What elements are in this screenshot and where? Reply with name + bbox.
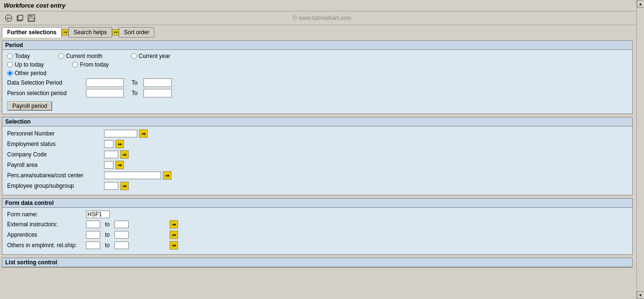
svg-rect-3 [18,15,23,20]
radio-from-today-input[interactable] [72,62,78,68]
form-data-control-section: Form data control Form name: External in… [2,198,633,255]
person-selection-period-row: Person selection period To [7,89,627,97]
radio-up-to-today[interactable]: Up to today [7,61,44,68]
form-data-control-body: Form name: External instructors: to ⇒ Ap… [2,208,632,254]
radio-current-month-label: Current month [66,53,103,59]
sel-input-payroll[interactable] [104,161,114,169]
radio-row-1: Today Current month Current year [7,53,627,59]
others-arrow[interactable]: ⇒ [170,241,178,250]
save-icon[interactable] [27,13,36,23]
list-sorting-header: List sorting control [2,258,632,267]
tab-sort-order[interactable]: Sort order [119,27,154,38]
radio-other-period-label: Other period [15,70,47,77]
tab-search-helps-label: Search helps [74,29,107,36]
data-selection-period-label: Data Selection Period [7,79,83,86]
others-from[interactable] [86,241,100,249]
radio-other-period[interactable]: Other period [7,70,47,77]
watermark: © www.tutorialkart.com [293,15,351,21]
apprentices-arrow[interactable]: ⇒ [170,231,178,239]
radio-current-month-input[interactable] [58,53,64,59]
others-label: Others in emplmnt. rel.ship: [7,242,83,249]
sel-row-payroll: Payroll area ⇒ [7,161,627,169]
data-selection-period-from[interactable] [86,78,124,87]
apprentices-to[interactable] [114,231,129,239]
data-selection-period-to[interactable] [143,78,172,87]
person-selection-period-label: Person selection period [7,90,83,96]
external-instructors-arrow[interactable]: ⇒ [170,220,178,229]
sel-row-employee-group: Employee group/subgroup ⇒ [7,182,627,190]
main-content: Further selections ⇒ Search helps ⇒ Sort… [0,25,636,272]
sel-label-pers-area: Pers.area/subarea/cost center [7,172,102,179]
selection-section-header: Selection [2,117,632,126]
radio-current-month[interactable]: Current month [58,53,103,59]
others-to[interactable] [114,241,129,249]
selection-section: Selection Personnel Number ⇒ Employment … [2,117,633,195]
radio-up-to-today-input[interactable] [7,62,13,68]
list-sorting-section: List sorting control [2,258,633,268]
sel-row-employment: Employment status ⇒ [7,140,627,148]
title-bar: Workforce cost entry [0,0,644,11]
period-section: Period Today Current month Current year [2,40,633,114]
form-name-input[interactable] [86,211,110,218]
sel-label-personnel: Personnel Number [7,130,102,137]
apprentices-from[interactable] [86,231,100,239]
scroll-up[interactable]: ▲ [637,0,644,8]
svg-text:↩: ↩ [7,16,10,21]
external-instructors-from[interactable] [86,221,100,228]
sel-arrow-payroll[interactable]: ⇒ [115,161,124,169]
radio-today-label: Today [15,53,30,59]
radio-today-input[interactable] [7,53,13,59]
external-instructors-to[interactable] [114,221,129,228]
apprentices-row: Apprentices to ⇒ [7,231,627,239]
apprentices-label: Apprentices [7,231,83,238]
tab-search-helps[interactable]: Search helps [68,27,112,38]
sel-input-employment[interactable] [104,140,114,148]
sel-arrow-pers-area[interactable]: ⇒ [163,171,171,180]
sel-row-company: Company Code ⇒ [7,150,627,159]
sel-arrow-personnel[interactable]: ⇒ [139,129,148,138]
sel-row-personnel: Personnel Number ⇒ [7,129,627,138]
radio-row-2: Up to today From today [7,61,627,68]
apprentices-to-label: to [105,231,110,238]
form-name-row: Form name: [7,211,627,218]
svg-rect-6 [29,18,34,21]
data-selection-period-row: Data Selection Period To [7,78,627,87]
payroll-period-button[interactable]: Payroll period [7,101,52,111]
data-selection-to-label: To [132,79,138,86]
sel-arrow-employee-group[interactable]: ⇒ [120,182,129,190]
radio-other-period-input[interactable] [7,70,13,76]
radio-row-3: Other period [7,70,627,77]
sel-label-company: Company Code [7,151,102,158]
person-selection-to-label: To [132,90,138,96]
form-data-control-header: Form data control [2,199,632,208]
period-section-header: Period [2,41,632,50]
person-selection-period-from[interactable] [86,89,124,97]
others-to-label: to [105,242,110,249]
form-name-label: Form name: [7,211,83,218]
sel-label-employee-group: Employee group/subgroup [7,183,102,189]
sel-label-employment: Employment status [7,141,102,147]
sel-label-payroll: Payroll area [7,162,102,168]
radio-current-year-input[interactable] [131,53,137,59]
tab-further-selections-label: Further selections [7,29,57,36]
external-instructors-to-label: to [105,221,110,228]
sel-input-personnel[interactable] [104,130,137,137]
scrollbar[interactable]: ▲ ▼ [636,0,644,272]
toolbar: ↩ © www.tutorialkart.com [0,11,644,25]
selection-section-body: Personnel Number ⇒ Employment status ⇒ C… [2,126,632,195]
copy-icon[interactable] [15,13,25,23]
radio-current-year[interactable]: Current year [131,53,170,59]
radio-from-today-label: From today [80,61,109,68]
back-icon[interactable]: ↩ [4,13,13,23]
others-row: Others in emplmnt. rel.ship: to ⇒ [7,241,627,250]
person-selection-period-to[interactable] [143,89,172,97]
sel-input-company[interactable] [104,151,118,158]
sel-arrow-company[interactable]: ⇒ [120,150,129,159]
radio-from-today[interactable]: From today [72,61,109,68]
sel-input-employee-group[interactable] [104,182,118,190]
sel-arrow-employment[interactable]: ⇒ [115,140,124,148]
sel-row-pers-area: Pers.area/subarea/cost center ⇒ [7,171,627,180]
sel-input-pers-area[interactable] [104,172,161,179]
tab-further-selections[interactable]: Further selections [2,27,62,38]
radio-today[interactable]: Today [7,53,30,59]
